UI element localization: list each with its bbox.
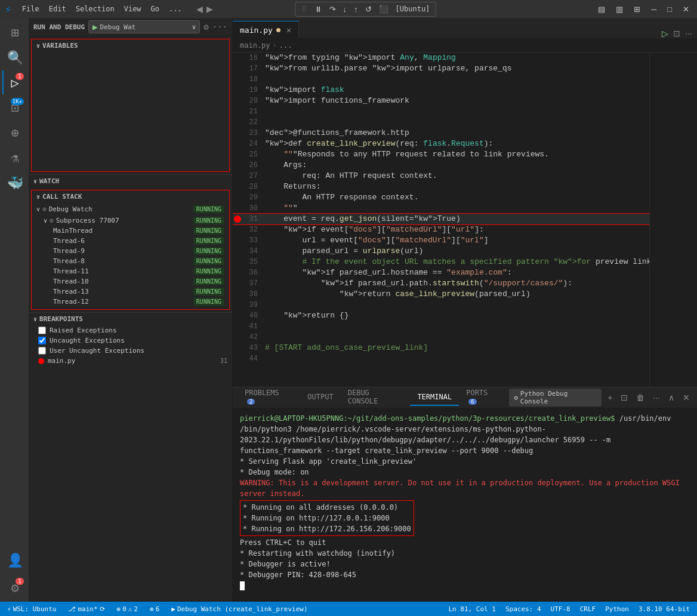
- python-debug-label: Python Debug Console: [520, 390, 597, 405]
- thread-item[interactable]: Thread-6RUNNING: [32, 236, 229, 246]
- line-number: 35: [233, 257, 263, 267]
- terminal-split-button[interactable]: ⊡: [618, 392, 630, 404]
- menu-edit[interactable]: Edit: [45, 4, 70, 14]
- debug-watch-header[interactable]: ∨ ⚙ Debug Watch RUNNING: [32, 204, 229, 214]
- thread-item[interactable]: Thread-9RUNNING: [32, 246, 229, 256]
- activity-testing[interactable]: ⚗: [2, 146, 26, 170]
- menu-view[interactable]: View: [121, 4, 145, 14]
- back-button[interactable]: ◀: [196, 4, 203, 14]
- forward-button[interactable]: ▶: [206, 4, 213, 14]
- tab-ports[interactable]: PORTS 6: [459, 385, 509, 410]
- add-terminal-button[interactable]: +: [605, 392, 615, 404]
- status-ports[interactable]: ⊕ 6: [147, 605, 162, 613]
- thread-item[interactable]: Thread-12RUNNING: [32, 297, 229, 307]
- warnings-count: 2: [134, 605, 138, 613]
- status-position[interactable]: Ln 81, Col 1: [446, 605, 498, 613]
- breakpoint-item[interactable]: main.py31: [29, 356, 232, 366]
- code-line: 37 "kw">if parsed_url.path.startswith("/…: [233, 278, 649, 289]
- menu-selection[interactable]: Selection: [72, 4, 118, 14]
- debug-step-into-button[interactable]: ↓: [341, 4, 350, 15]
- run-debug-header: RUN AND DEBUG ▶ Debug Wat ∨ ⚙ ···: [29, 18, 232, 36]
- call-stack-header[interactable]: ∨ CALL STACK: [32, 190, 229, 203]
- debug-step-over-button[interactable]: ↷: [327, 4, 338, 15]
- status-line-ending[interactable]: CRLF: [578, 605, 599, 613]
- activity-search[interactable]: 🔍: [2, 45, 26, 69]
- thread-item[interactable]: MainThreadRUNNING: [32, 226, 229, 236]
- tab-problems[interactable]: PROBLEMS 2: [238, 385, 300, 410]
- breakpoint-checkbox[interactable]: [38, 347, 46, 355]
- debug-restart-button[interactable]: ↺: [363, 4, 374, 15]
- panel-maximize-button[interactable]: ∧: [666, 392, 677, 404]
- activity-extensions[interactable]: ⊡ 1K+: [2, 96, 26, 119]
- code-line: 35 # If the event object URL matches a s…: [233, 257, 649, 267]
- tab-main-py[interactable]: main.py ✕: [233, 21, 299, 38]
- status-spaces[interactable]: Spaces: 4: [503, 605, 544, 613]
- window-maximize[interactable]: □: [664, 4, 675, 15]
- wsl-label: WSL: Ubuntu: [13, 605, 57, 613]
- status-encoding[interactable]: UTF-8: [548, 605, 573, 613]
- menu-more[interactable]: ...: [165, 4, 186, 14]
- status-errors[interactable]: ⊗ 0 ⚠ 2: [115, 605, 141, 613]
- code-line: 24"kw">def create_link_preview(req: flas…: [233, 138, 649, 149]
- thread-item[interactable]: Thread-8RUNNING: [32, 256, 229, 266]
- tab-debug-console[interactable]: DEBUG CONSOLE: [341, 385, 411, 410]
- breakpoint-item[interactable]: Raised Exceptions: [29, 325, 232, 335]
- tab-bar: main.py ✕ ▷ ⊡ ···: [233, 18, 697, 39]
- status-python-version[interactable]: 3.8.10 64-bit: [636, 605, 692, 613]
- more-options-icon[interactable]: ···: [212, 22, 227, 32]
- thread-item[interactable]: Thread-10RUNNING: [32, 276, 229, 287]
- code-line: 41: [233, 321, 649, 332]
- activity-run-debug[interactable]: ▷ 1: [2, 70, 26, 94]
- thread-name: Thread-9: [53, 247, 85, 255]
- panel-more-button[interactable]: ···: [650, 392, 662, 404]
- watch-header[interactable]: ∨ WATCH: [29, 175, 232, 187]
- run-button[interactable]: ▷: [662, 29, 668, 38]
- window-minimize[interactable]: ─: [648, 4, 659, 15]
- debug-step-out-button[interactable]: ↑: [351, 4, 360, 15]
- breakpoint-checkbox[interactable]: [38, 337, 46, 344]
- window-close[interactable]: ✕: [680, 4, 692, 15]
- menu-file[interactable]: File: [18, 4, 43, 14]
- split-editor-button[interactable]: ⊡: [673, 29, 680, 38]
- activity-account[interactable]: 👤: [2, 548, 26, 572]
- debug-stop-button[interactable]: ⬛: [377, 4, 391, 15]
- breakpoint-checkbox[interactable]: [38, 327, 46, 334]
- panel-close-button[interactable]: ✕: [680, 392, 692, 404]
- debug-pause-button[interactable]: ⏸: [312, 4, 325, 15]
- breakpoints-header[interactable]: ∨ BREAKPOINTS: [29, 313, 232, 325]
- breakpoint-item[interactable]: User Uncaught Exceptions: [29, 346, 232, 356]
- breakpoint-item[interactable]: Uncaught Exceptions: [29, 335, 232, 346]
- line-number: 41: [233, 321, 263, 332]
- tab-close-button[interactable]: ✕: [286, 25, 291, 35]
- activity-remote[interactable]: ⊕: [2, 121, 26, 144]
- code-text: url = event["docs"]["matchedUrl"]["url"]: [263, 235, 649, 246]
- layout-button-2[interactable]: ▥: [613, 4, 626, 15]
- panel-trash-button[interactable]: 🗑: [634, 392, 647, 404]
- thread-status: RUNNING: [193, 288, 224, 295]
- activity-explorer[interactable]: ⊞: [2, 20, 26, 44]
- more-editor-actions[interactable]: ···: [685, 29, 692, 38]
- activity-docker[interactable]: 🐳: [2, 171, 26, 195]
- thread-item[interactable]: Thread-13RUNNING: [32, 287, 229, 297]
- line-number: 39: [233, 300, 263, 310]
- status-language[interactable]: Python: [603, 605, 631, 613]
- status-branch[interactable]: ⎇ main* ⟳: [66, 605, 107, 613]
- status-wsl[interactable]: ⚡ WSL: Ubuntu: [5, 605, 58, 613]
- variables-header[interactable]: ∨ VARIABLES: [32, 39, 229, 52]
- code-line: 30 """: [233, 203, 649, 214]
- thread-item[interactable]: Thread-11RUNNING: [32, 266, 229, 276]
- tab-terminal[interactable]: TERMINAL: [410, 389, 459, 406]
- activity-settings[interactable]: ⚙ 1: [2, 575, 26, 599]
- python-debug-console-button[interactable]: ⚙ Python Debug Console: [509, 389, 602, 406]
- layout-button-3[interactable]: ⊞: [631, 4, 643, 15]
- status-debug-session[interactable]: ▶ Debug Watch (create_link_preview): [169, 605, 310, 613]
- debug-session-icon: ▶: [171, 605, 175, 613]
- watch-section: ∨ WATCH: [29, 174, 232, 187]
- menu-go[interactable]: Go: [147, 4, 163, 14]
- layout-button-1[interactable]: ▤: [595, 4, 608, 15]
- subprocess-header[interactable]: ∨ ⚙ Subprocess 77007 RUNNING: [32, 215, 229, 226]
- run-debug-config[interactable]: ▶ Debug Wat ∨: [88, 20, 200, 33]
- tab-output[interactable]: OUTPUT: [300, 389, 340, 406]
- gear-config-icon[interactable]: ⚙: [203, 22, 208, 32]
- line-ending-label: CRLF: [580, 605, 596, 613]
